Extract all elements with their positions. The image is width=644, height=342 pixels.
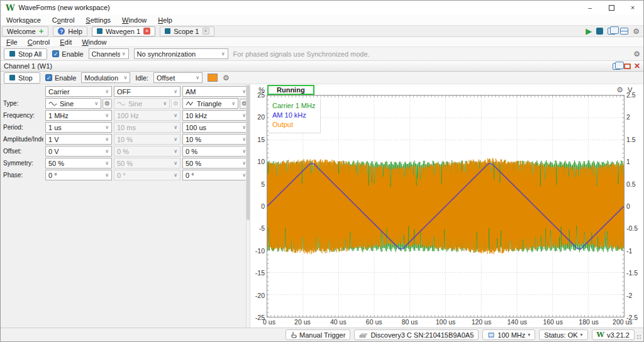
stop-all-button[interactable]: Stop All: [4, 48, 47, 60]
y-right-tick-label: 0: [626, 202, 630, 210]
channel-stop-button[interactable]: Stop: [4, 72, 40, 84]
wavegen-menu-item-edit[interactable]: Edit: [60, 38, 72, 46]
type-dropdown-col1[interactable]: Sine∨: [45, 98, 101, 109]
close-button[interactable]: ×: [622, 1, 643, 14]
y-right-tick-label: 2: [626, 113, 630, 121]
maximize-panel-icon[interactable]: [624, 63, 631, 69]
y-right-tick-label: 1: [626, 158, 630, 165]
minimize-button[interactable]: –: [579, 1, 601, 14]
y-right-tick-label: 2.5: [626, 91, 636, 99]
cascade-windows-icon[interactable]: [608, 28, 616, 35]
modulation-slot-dropdown-3[interactable]: AM∨: [182, 86, 249, 97]
modulation-slot-dropdown-2[interactable]: OFF∨: [114, 86, 180, 97]
chevron-down-icon: ∨: [174, 89, 177, 94]
title-bar: W WaveForms (new workspace) – ×: [1, 1, 643, 14]
status-button[interactable]: Status: OK ▾: [539, 329, 587, 340]
offset-dropdown-col1[interactable]: 0 V∨: [45, 146, 112, 157]
chevron-down-icon: ▾: [580, 332, 583, 338]
version-button[interactable]: W v3.21.2: [592, 329, 635, 340]
symmetry-dropdown-col1[interactable]: 50 %∨: [45, 158, 112, 168]
stop-all-icon-button[interactable]: [596, 28, 603, 35]
form-row-label-symmetry: Symmetry:: [3, 160, 43, 167]
y-left-tick-label: 25: [257, 91, 265, 99]
x-tick-label: 40 us: [330, 318, 347, 326]
menu-item-help[interactable]: Help: [158, 16, 172, 24]
period-dropdown-col1[interactable]: 1 us∨: [45, 122, 112, 133]
gear-icon[interactable]: ⚙: [633, 50, 640, 58]
channel-enable-checkbox[interactable]: ✓ Enable: [45, 74, 76, 82]
type-settings-gear-icon[interactable]: ⚙: [103, 99, 112, 109]
plus-icon[interactable]: +: [39, 28, 44, 35]
device-button[interactable]: Discovery3 C SN:210415B9A0A5: [354, 329, 479, 340]
wavegen-toolbar: Stop All ✓ Enable Channels ∨ No synchron…: [1, 47, 643, 61]
offset-dropdown-col2: 0 %∨: [114, 146, 180, 157]
tab-welcome[interactable]: Welcome +: [2, 26, 48, 36]
cascade-icon[interactable]: [613, 63, 621, 70]
type-dropdown-col2: Sine∨: [114, 98, 170, 109]
chevron-down-icon: ∨: [94, 101, 98, 106]
y-right-tick-label: -0.5: [626, 224, 638, 232]
menu-item-control[interactable]: Control: [52, 16, 74, 24]
status-bar: Manual Trigger Discovery3 C SN:210415B9A…: [1, 328, 643, 341]
phase-dropdown-col3[interactable]: 0 °∨: [182, 170, 249, 180]
type-dropdown-col3[interactable]: Triangle∨: [182, 98, 238, 109]
sine-wave-icon: [117, 101, 126, 106]
settings-scrollbar[interactable]: [246, 84, 250, 328]
legend-item: AM 10 kHz: [272, 111, 315, 119]
frequency-dropdown-col3[interactable]: 10 kHz∨: [182, 110, 249, 121]
preview-plot-panel: % Running ⚙ V 2520151050-5-10-15-20-25 C…: [250, 84, 643, 328]
symmetry-dropdown-col3[interactable]: 50 %∨: [182, 158, 249, 168]
modulation-slot-dropdown-1[interactable]: Carrier∨: [45, 86, 112, 97]
wavegen-menu-item-window[interactable]: Window: [82, 38, 106, 46]
close-panel-icon[interactable]: ✕: [634, 62, 640, 70]
tab-wavegen-label: Wavegen 1: [106, 28, 140, 35]
gear-icon[interactable]: ⚙: [633, 28, 640, 35]
period-dropdown-col3[interactable]: 100 us∨: [182, 122, 249, 133]
channel-1-toolbar: Stop ✓ Enable Modulation ∨ Idle: Offset …: [1, 72, 643, 84]
idle-dropdown[interactable]: Offset ∨: [153, 72, 203, 83]
chevron-down-icon: ∨: [174, 160, 177, 166]
synchronization-dropdown[interactable]: No synchronization ∨: [134, 48, 228, 59]
close-tab-icon[interactable]: ×: [143, 28, 150, 35]
field-value: 50 %: [186, 160, 240, 167]
gear-icon[interactable]: ⚙: [223, 74, 230, 82]
chevron-down-icon: ∨: [174, 172, 177, 178]
form-row-label-type: Type:: [3, 100, 43, 107]
maximize-button[interactable]: [601, 1, 622, 14]
channel-color-swatch[interactable]: [208, 74, 218, 82]
sync-hint-text: For phased signals use Synchronized mode…: [233, 50, 370, 58]
wavegen-menu-item-control[interactable]: Control: [28, 38, 50, 46]
tab-scope-1[interactable]: Scope 1 ×: [160, 26, 214, 36]
chevron-down-icon: ∨: [174, 124, 177, 130]
form-row-label-frequency: Frequency:: [3, 112, 43, 119]
channel-1-header[interactable]: Channel 1 (W1) ✕: [1, 61, 643, 72]
amplitudeindex-dropdown-col3[interactable]: 10 %∨: [182, 134, 249, 145]
wavegen-menu-item-file[interactable]: File: [6, 38, 18, 46]
offset-dropdown-col3[interactable]: 0 %∨: [182, 146, 249, 157]
frequency-dropdown-col1[interactable]: 1 MHz∨: [45, 110, 112, 121]
run-all-button[interactable]: ▶: [586, 27, 592, 35]
phase-dropdown-col1[interactable]: 0 °∨: [45, 170, 112, 180]
checkbox-checked-icon: ✓: [45, 74, 52, 81]
plot-gear-icon[interactable]: ⚙: [616, 86, 623, 94]
master-enable-checkbox[interactable]: ✓ Enable: [52, 50, 83, 58]
scrollbar-thumb[interactable]: [247, 85, 250, 220]
menu-item-window[interactable]: Window: [122, 16, 147, 24]
manual-trigger-button[interactable]: Manual Trigger: [286, 329, 350, 340]
waveform-plot[interactable]: Carrier 1 MHzAM 10 kHzOutput: [267, 95, 625, 317]
amplitudeindex-dropdown-col1[interactable]: 1 V∨: [45, 134, 112, 145]
menu-item-workspace[interactable]: Workspace: [6, 16, 41, 24]
channels-dropdown[interactable]: Channels ∨: [89, 48, 129, 59]
x-tick-label: 60 us: [366, 318, 382, 326]
form-row-label-offset: Offset:: [3, 148, 43, 155]
menu-item-settings[interactable]: Settings: [86, 16, 111, 24]
idle-label: Idle:: [135, 74, 148, 82]
mode-dropdown[interactable]: Modulation ∨: [81, 72, 130, 83]
x-tick-label: 20 us: [294, 318, 311, 326]
tab-wavegen-1[interactable]: Wavegen 1 ×: [92, 26, 155, 36]
close-tab-icon[interactable]: ×: [203, 28, 209, 35]
clock-frequency-button[interactable]: 100 MHz ▾: [482, 329, 535, 340]
tab-help[interactable]: ? Help: [53, 26, 87, 36]
tile-windows-icon[interactable]: [620, 28, 628, 35]
resize-grip[interactable]: [637, 335, 642, 340]
